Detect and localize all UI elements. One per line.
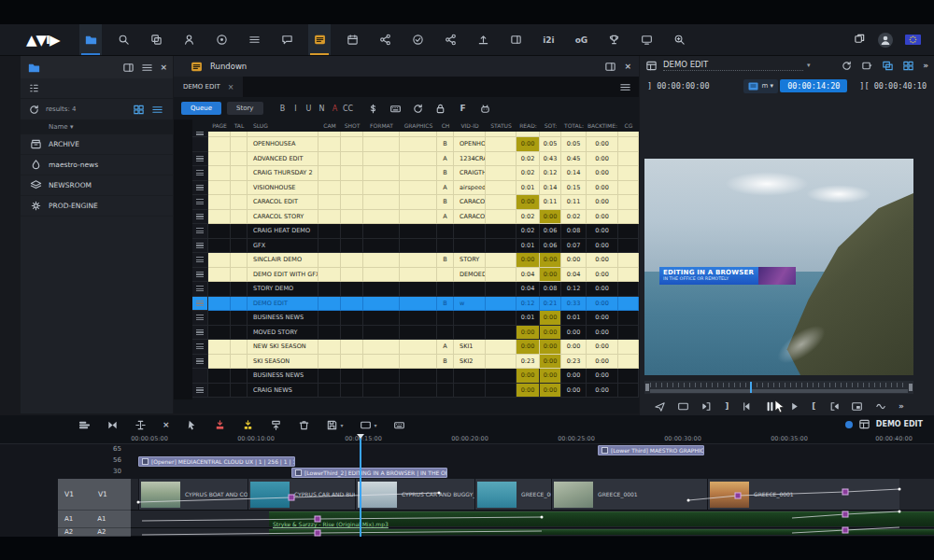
goto-in-icon[interactable] bbox=[828, 400, 840, 413]
video-clip[interactable]: GREECE_0001 bbox=[707, 479, 899, 510]
goto-out-icon[interactable] bbox=[701, 400, 714, 413]
chevron-down-icon[interactable]: ▾ bbox=[375, 422, 377, 428]
step-back-button[interactable] bbox=[741, 400, 753, 413]
mark-in-icon[interactable]: [ bbox=[812, 401, 815, 411]
column-header-page[interactable]: PAGE bbox=[208, 119, 231, 132]
format-i-button[interactable]: I bbox=[290, 105, 303, 113]
column-header-read[interactable]: READ: bbox=[517, 119, 540, 132]
edit-point-icon[interactable] bbox=[134, 419, 147, 431]
machine-control-icon[interactable] bbox=[389, 103, 403, 115]
overwrite-icon[interactable] bbox=[214, 419, 226, 431]
audio-icon[interactable] bbox=[875, 400, 887, 413]
format-n-button[interactable]: N bbox=[316, 105, 329, 113]
rundown-table-row[interactable]: SKI SEASONBSKI20:230:000:230:00 bbox=[192, 355, 639, 370]
tree-icon[interactable] bbox=[28, 82, 40, 94]
publish-icon[interactable] bbox=[472, 24, 494, 55]
i2i-icon[interactable]: i2i bbox=[537, 24, 559, 55]
pip-icon[interactable] bbox=[851, 400, 863, 413]
column-header-vidid[interactable]: VID-ID bbox=[454, 119, 486, 132]
currency-icon[interactable] bbox=[366, 103, 381, 115]
avatar-icon[interactable] bbox=[878, 33, 893, 48]
sidebar-item-prod-engine[interactable]: PROD-ENGINE bbox=[21, 196, 173, 217]
timeline-playhead[interactable] bbox=[360, 436, 361, 537]
grid-view-icon[interactable] bbox=[133, 104, 145, 116]
video-clip[interactable]: CYPRUS BOAT AND COAST_0001 bbox=[138, 479, 248, 510]
rundown-table-row[interactable]: CARACOL STORYACARACOL0:020:000:020:00 bbox=[192, 210, 639, 225]
shortcuts-icon[interactable] bbox=[393, 419, 405, 431]
rundown-table-row[interactable]: CARACOL EDITBCARACOL0:000:110:110:00 bbox=[192, 195, 639, 210]
graphics-clip[interactable]: [LowerThird_2] EDITING IN A BROWSER | IN… bbox=[291, 468, 447, 478]
column-header-format[interactable]: FORMAT bbox=[363, 119, 400, 132]
rundown-table-row[interactable]: CRAIG HEAT DEMO0:020:060:080:00 bbox=[192, 224, 639, 239]
column-header-status[interactable]: STATUS bbox=[486, 119, 517, 132]
format-cc-button[interactable]: CC bbox=[342, 105, 355, 113]
font-icon[interactable]: F bbox=[456, 103, 471, 115]
tab-close-icon[interactable]: × bbox=[228, 83, 234, 91]
replace-icon[interactable] bbox=[270, 419, 282, 431]
rundown-table-row[interactable]: DEMO EDIT WITH GFXDEMOEDI0:040:000:040:0… bbox=[192, 268, 639, 283]
format-u-button[interactable]: U bbox=[303, 105, 316, 113]
android-icon[interactable] bbox=[478, 103, 493, 115]
name-column-header[interactable]: Name ▾ bbox=[21, 119, 173, 134]
audio-clip[interactable]: Stryke & Sarzzy - Rise (Original Mix).mp… bbox=[269, 529, 934, 535]
pause-button[interactable] bbox=[764, 400, 776, 413]
graphics-clip[interactable]: [Opener] MEDIACENTRAL CLOUD UX | 1 | 256… bbox=[138, 456, 295, 467]
splice-icon[interactable] bbox=[242, 419, 254, 431]
timecode-mode-chip[interactable]: m ▾ bbox=[743, 79, 779, 93]
mark-out-icon[interactable]: ] bbox=[725, 401, 729, 411]
eu-flag-icon[interactable] bbox=[905, 31, 921, 49]
track-header-a1[interactable]: A1A1 bbox=[58, 511, 131, 528]
trash-icon[interactable] bbox=[298, 419, 310, 431]
save-icon[interactable] bbox=[326, 419, 338, 431]
pointer-tool-icon[interactable] bbox=[186, 419, 198, 431]
column-header-sot[interactable]: SOT: bbox=[540, 119, 561, 132]
current-timecode[interactable]: 00:00:14:20 bbox=[780, 79, 847, 92]
chevron-down-icon[interactable]: ▾ bbox=[341, 422, 344, 428]
timeline-ruler[interactable]: 00:00:05:0000:00:10:0000:00:15:0000:00:2… bbox=[0, 434, 934, 444]
rundown-table-row[interactable]: CRAIG NEWS0:000:000:000:00 bbox=[192, 384, 639, 399]
overlay-button[interactable] bbox=[882, 60, 894, 72]
more-icon[interactable]: » bbox=[899, 401, 904, 411]
format-b-button[interactable]: B bbox=[276, 105, 290, 113]
rundown-table-row[interactable]: STORY DEMO0:040:080:120:00 bbox=[192, 282, 639, 297]
send-icon[interactable] bbox=[654, 400, 666, 413]
og-icon[interactable]: oG bbox=[570, 24, 592, 55]
browse-icon[interactable] bbox=[79, 24, 102, 55]
column-header-graphics[interactable]: GRAPHICS bbox=[400, 119, 437, 132]
video-clip[interactable]: CYPRUS CAR AND BUGG bbox=[248, 479, 355, 510]
column-header-cg[interactable]: CG bbox=[618, 119, 639, 132]
rundown-table-row[interactable]: ADVANCED EDITA1234CRAI0:020:430:450:00 bbox=[192, 152, 639, 167]
rundown-table-row[interactable]: DEMO EDITBw0:120:210:330:00 bbox=[192, 297, 639, 312]
schedule-icon[interactable] bbox=[341, 24, 363, 55]
undock-icon[interactable] bbox=[122, 62, 134, 74]
trim-icon[interactable] bbox=[106, 419, 119, 431]
undock-icon[interactable] bbox=[604, 61, 616, 73]
rundown-table-row[interactable]: SINCLAIR DEMOBSTORY0:000:000:000:00 bbox=[192, 253, 639, 268]
sidebar-item-archive[interactable]: ARCHIVE bbox=[21, 134, 173, 155]
column-header-slug[interactable]: SLUG bbox=[248, 119, 318, 132]
rundown-table-row[interactable]: BUSINESS NEWS0:010:000:010:00 bbox=[192, 311, 639, 326]
zoom-tool-icon[interactable] bbox=[668, 24, 690, 55]
track-header-v1[interactable]: V1V1 bbox=[58, 479, 131, 511]
scrubber-playhead[interactable] bbox=[750, 382, 752, 393]
refresh-icon[interactable] bbox=[411, 103, 426, 115]
search-icon[interactable] bbox=[112, 24, 134, 55]
expand-icons-button[interactable]: » bbox=[923, 61, 928, 70]
video-clip[interactable]: CYPRUS CAR AND BUGGY_0007 bbox=[355, 479, 474, 510]
column-header-backtime[interactable]: BACKTIME: bbox=[587, 119, 618, 132]
column-header-ch[interactable]: CH bbox=[437, 119, 454, 132]
rundown-table-row[interactable]: GFX0:010:060:070:00 bbox=[192, 239, 639, 254]
list-view-icon[interactable] bbox=[151, 104, 163, 116]
fullscreen-icon[interactable] bbox=[677, 400, 689, 413]
column-header-shot[interactable]: SHOT bbox=[341, 119, 363, 132]
queue-button[interactable]: Queue bbox=[181, 102, 221, 115]
close-icon[interactable]: × bbox=[160, 62, 167, 74]
graphics-clip[interactable]: [Lower Third] MAESTRO GRAPHICS | 1 bbox=[598, 445, 704, 455]
share-nodes-icon[interactable] bbox=[374, 24, 396, 55]
column-header-tal[interactable]: TAL bbox=[231, 119, 248, 132]
lists-icon[interactable] bbox=[243, 24, 265, 55]
windows-icon[interactable] bbox=[854, 31, 866, 49]
awards-icon[interactable] bbox=[602, 24, 625, 55]
contacts-icon[interactable] bbox=[177, 24, 200, 55]
rundown-table-row[interactable]: BUSINESS NEWS0:000:000:000:00 bbox=[192, 369, 639, 384]
